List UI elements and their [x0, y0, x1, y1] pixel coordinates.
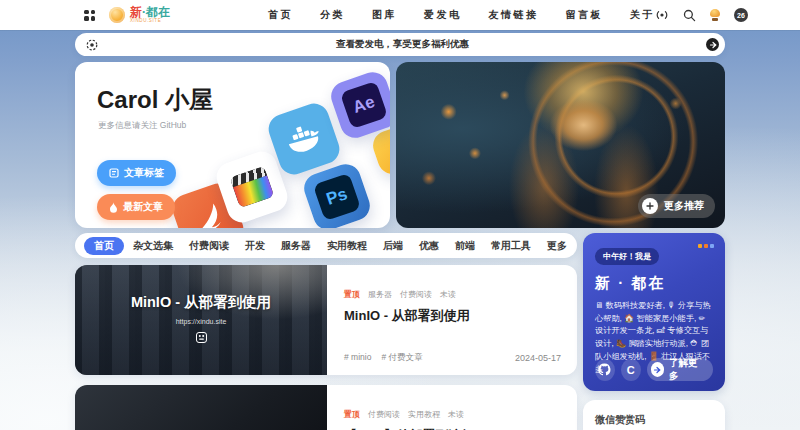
announcement-gear-icon	[85, 38, 99, 52]
notification-count-badge[interactable]: 26	[734, 8, 748, 22]
article-card-halo: 【halo】从部署到访问 置顶 付费阅读 实用教程 未读 【halo】从部署到访…	[75, 385, 577, 430]
nav-item-afdian[interactable]: 爱发电	[424, 8, 462, 22]
pinned-badge: 置顶	[344, 409, 360, 420]
tab-deals[interactable]: 优惠	[412, 239, 446, 253]
tab-paid-reading[interactable]: 付费阅读	[182, 239, 236, 253]
greeting-badge: 中午好！我是	[595, 248, 659, 265]
after-effects-app-icon: Ae	[327, 68, 390, 142]
tab-tutorials[interactable]: 实用教程	[320, 239, 374, 253]
announcement-banner[interactable]: 查看爱发电，享受更多福利优惠	[75, 33, 725, 56]
article-tags-button[interactable]: 文章标签	[97, 160, 176, 186]
thumbnail-logo-icon	[196, 329, 207, 347]
nav-item-messageboard[interactable]: 留言板	[566, 8, 604, 22]
tag-link[interactable]: # 付费文章	[381, 352, 422, 364]
nav-item-gallery[interactable]: 图库	[372, 8, 397, 22]
meta-category[interactable]: 实用教程	[408, 409, 440, 420]
article-title[interactable]: MinIO - 从部署到使用	[344, 307, 561, 325]
plus-icon	[642, 198, 658, 214]
hero-subtitle: 更多信息请关注 GitHub	[98, 120, 186, 132]
hero-recommendation-image[interactable]: 更多推荐	[396, 62, 725, 228]
article-tags: # minio # 付费文章	[344, 352, 423, 364]
wechat-reward-widget: 微信赞赏码	[583, 400, 725, 430]
category-tab-bar: 首页 杂文选集 付费阅读 开发 服务器 实用教程 后端 优惠 前端 常用工具 更…	[75, 233, 577, 258]
page: 新·都在 XINDU.SITE 首页 分类 图库 爱发电 友情链接 留言板 关于…	[0, 0, 800, 430]
meta-read-status: 未读	[440, 289, 456, 300]
tab-frontend[interactable]: 前端	[448, 239, 482, 253]
article-thumbnail[interactable]: 【halo】从部署到访问	[75, 385, 327, 430]
tag-link[interactable]: # minio	[344, 352, 371, 364]
pinned-badge: 置顶	[344, 289, 360, 300]
nav-item-home[interactable]: 首页	[268, 8, 293, 22]
meta-category[interactable]: 付费阅读	[400, 289, 432, 300]
search-icon[interactable]	[682, 8, 696, 22]
nav-actions: 26	[655, 8, 748, 22]
nav-item-links[interactable]: 友情链接	[489, 8, 539, 22]
article-meta: 置顶 付费阅读 实用教程 未读	[344, 409, 561, 420]
tab-development[interactable]: 开发	[238, 239, 272, 253]
tab-home[interactable]: 首页	[84, 237, 124, 255]
nav-item-categories[interactable]: 分类	[320, 8, 345, 22]
article-meta: 置顶 服务器 付费阅读 未读	[344, 289, 561, 300]
meta-category[interactable]: 付费阅读	[368, 409, 400, 420]
learn-more-button[interactable]: 了解更多	[647, 358, 713, 381]
more-recommendations-button[interactable]: 更多推荐	[638, 194, 715, 218]
tab-essays[interactable]: 杂文选集	[126, 239, 180, 253]
c-social-icon[interactable]: C	[621, 359, 641, 381]
trophy-emoji-icon[interactable]	[709, 9, 721, 21]
meta-read-status: 未读	[448, 409, 464, 420]
tab-server[interactable]: 服务器	[274, 239, 318, 253]
tab-more[interactable]: 更多	[540, 239, 574, 253]
article-thumbnail[interactable]: MinIO - 从部署到使用 https://xindu.site	[75, 265, 327, 375]
thumbnail-url: https://xindu.site	[176, 318, 227, 325]
article-card-minio: MinIO - 从部署到使用 https://xindu.site 置顶 服务器…	[75, 265, 577, 375]
logo-title: 新·都在	[130, 6, 170, 18]
tab-tools[interactable]: 常用工具	[484, 239, 538, 253]
announcement-text: 查看爱发电，享受更多福利优惠	[99, 38, 706, 51]
github-icon[interactable]	[595, 359, 615, 381]
broadcast-icon[interactable]	[655, 8, 669, 22]
arrow-right-icon[interactable]	[706, 38, 719, 51]
meta-category[interactable]: 服务器	[368, 289, 392, 300]
logo-moon-icon	[109, 7, 125, 23]
article-date: 2024-05-17	[515, 353, 561, 363]
author-profile-card: 中午好！我是 新 · 都在 🖥 数码科技爱好者, 🎙 分享与热心帮助, 🏠 智能…	[583, 233, 725, 391]
photoshop-app-icon: Ps	[300, 160, 374, 228]
hero-profile-card: Ae Ps Carol 小屋 更多信息请关注 GitHub 文章标签 最新文章	[75, 62, 390, 228]
site-logo[interactable]: 新·都在 XINDU.SITE	[109, 6, 170, 24]
author-name: 新 · 都在	[595, 274, 713, 293]
hero-title: Carol 小屋	[97, 84, 213, 116]
nav-item-about[interactable]: 关于	[630, 8, 655, 22]
latest-articles-button[interactable]: 最新文章	[97, 194, 175, 220]
thumbnail-title: MinIO - 从部署到使用	[131, 293, 271, 312]
nav-menu: 首页 分类 图库 爱发电 友情链接 留言板 关于	[268, 8, 655, 22]
app-grid-icon[interactable]	[84, 10, 95, 21]
arrow-right-icon	[651, 362, 664, 377]
top-navbar: 新·都在 XINDU.SITE 首页 分类 图库 爱发电 友情链接 留言板 关于…	[0, 0, 800, 30]
card-corner-decoration	[698, 244, 714, 248]
logo-subtext: XINDU.SITE	[130, 19, 170, 24]
wechat-reward-title: 微信赞赏码	[595, 413, 713, 427]
tab-backend[interactable]: 后端	[376, 239, 410, 253]
